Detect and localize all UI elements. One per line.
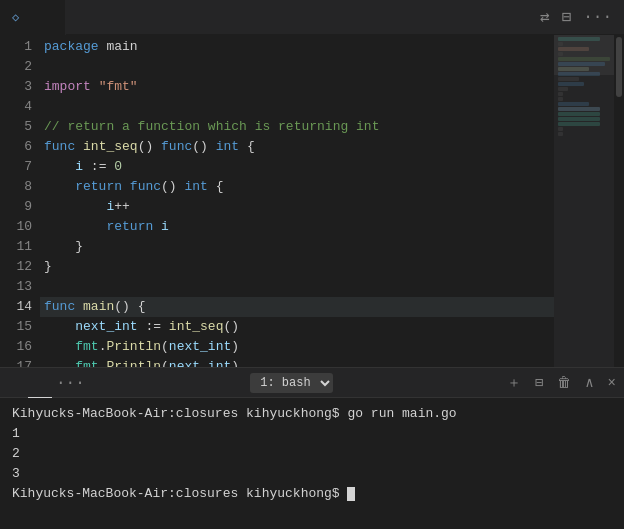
new-terminal-button[interactable]: ＋ xyxy=(503,372,525,394)
code-line-17: fmt.Println(next_int) xyxy=(40,357,554,367)
panel-actions: ＋ ⊟ 🗑 ∧ × xyxy=(503,372,620,394)
code-line-16: fmt.Println(next_int) xyxy=(40,337,554,357)
terminal-select-wrapper: 1: bash xyxy=(250,373,333,393)
terminal-content[interactable]: Kihyucks-MacBook-Air:closures kihyuckhon… xyxy=(0,398,624,529)
code-line-3: import "fmt" xyxy=(40,77,554,97)
scrollbar-thumb[interactable] xyxy=(616,37,622,97)
tab-problems[interactable] xyxy=(4,368,28,398)
terminal-line: 1 xyxy=(12,424,612,444)
tab-bar: ◇ ⇄ ⊟ ··· xyxy=(0,0,624,35)
tab-close-button[interactable] xyxy=(35,8,53,26)
panel-tab-bar: ··· 1: bash ＋ ⊟ 🗑 ∧ × xyxy=(0,368,624,398)
terminal-cursor xyxy=(347,487,355,501)
code-line-1: package main xyxy=(40,37,554,57)
layout-button[interactable]: ⊟ xyxy=(558,5,576,29)
minimap xyxy=(554,35,614,367)
collapse-panel-button[interactable]: ∧ xyxy=(581,372,597,393)
more-actions-button[interactable]: ··· xyxy=(579,6,616,28)
terminal-line: Kihyucks-MacBook-Air:closures kihyuckhon… xyxy=(12,484,612,504)
kill-terminal-button[interactable]: 🗑 xyxy=(553,373,575,393)
go-file-icon: ◇ xyxy=(12,10,19,25)
code-line-10: return i xyxy=(40,217,554,237)
code-line-2 xyxy=(40,57,554,77)
editor-scrollbar[interactable] xyxy=(614,35,624,367)
panel: ··· 1: bash ＋ ⊟ 🗑 ∧ × Kihyucks-MacBook-A… xyxy=(0,367,624,529)
code-line-14: func main() { xyxy=(40,297,554,317)
editor: 1234567891011121314151617181920 package … xyxy=(0,35,624,367)
terminal-line: 3 xyxy=(12,464,612,484)
code-line-5: // return a function which is returning … xyxy=(40,117,554,137)
close-panel-button[interactable]: × xyxy=(604,373,620,393)
code-line-11: } xyxy=(40,237,554,257)
code-line-4 xyxy=(40,97,554,117)
split-editor-button[interactable]: ⇄ xyxy=(536,5,554,29)
split-terminal-button[interactable]: ⊟ xyxy=(531,372,547,393)
line-numbers: 1234567891011121314151617181920 xyxy=(0,35,40,367)
terminal-line: 2 xyxy=(12,444,612,464)
code-content[interactable]: package main import "fmt" // return a fu… xyxy=(40,35,554,367)
tab-bar-actions: ⇄ ⊟ ··· xyxy=(536,5,624,29)
terminal-line: Kihyucks-MacBook-Air:closures kihyuckhon… xyxy=(12,404,612,424)
tab-terminal[interactable] xyxy=(28,368,52,398)
panel-tab-more-button[interactable]: ··· xyxy=(52,374,89,392)
terminal-shell-select[interactable]: 1: bash xyxy=(250,373,333,393)
tab-main-go[interactable]: ◇ xyxy=(0,0,66,35)
code-line-6: func int_seq() func() int { xyxy=(40,137,554,157)
code-line-13 xyxy=(40,277,554,297)
code-line-8: return func() int { xyxy=(40,177,554,197)
code-line-15: next_int := int_seq() xyxy=(40,317,554,337)
code-line-9: i++ xyxy=(40,197,554,217)
code-line-12: } xyxy=(40,257,554,277)
code-line-7: i := 0 xyxy=(40,157,554,177)
